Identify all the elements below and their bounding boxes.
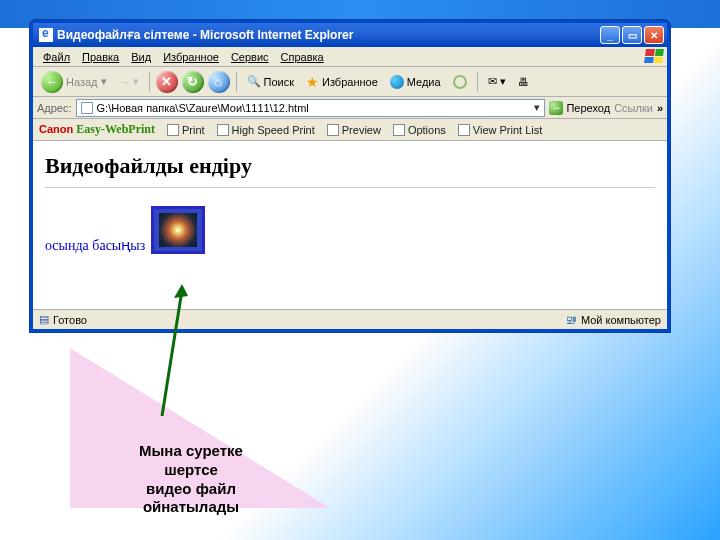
mail-button[interactable]: ✉ ▾ xyxy=(484,73,510,90)
computer-icon: 🖳 xyxy=(566,314,577,326)
menu-help[interactable]: Справка xyxy=(275,49,330,65)
canon-preview-button[interactable]: Preview xyxy=(327,124,381,136)
video-link-text[interactable]: осында басыңыз xyxy=(45,237,145,254)
home-button[interactable]: ⌂ xyxy=(208,71,230,93)
document-icon: ▤ xyxy=(39,313,49,326)
horizontal-rule xyxy=(45,187,655,188)
video-link-row: осында басыңыз xyxy=(45,206,655,254)
annotation-arrow xyxy=(162,284,166,404)
favorites-label: Избранное xyxy=(322,76,378,88)
high-speed-print-icon xyxy=(217,124,229,136)
options-icon xyxy=(393,124,405,136)
chevron-down-icon: ▾ xyxy=(133,75,139,88)
go-arrow-icon: → xyxy=(549,101,563,115)
stop-button[interactable]: ✕ xyxy=(156,71,178,93)
search-icon: 🔍 xyxy=(247,75,261,88)
separator xyxy=(236,72,237,92)
search-label: Поиск xyxy=(264,76,294,88)
search-button[interactable]: 🔍 Поиск xyxy=(243,73,298,90)
back-button[interactable]: ← Назад ▾ xyxy=(37,69,111,95)
forward-button[interactable]: → ▾ xyxy=(115,73,143,90)
chevron-down-icon[interactable]: ▾ xyxy=(534,101,540,114)
svg-line-0 xyxy=(162,290,182,416)
nav-toolbar: ← Назад ▾ → ▾ ✕ ↻ ⌂ 🔍 Поиск ★ Избранное … xyxy=(33,67,667,97)
page-heading: Видеофайлды ендіру xyxy=(45,153,655,179)
separator xyxy=(149,72,150,92)
media-icon xyxy=(390,75,404,89)
document-icon xyxy=(81,102,93,114)
address-bar: Адрес: G:\Новая папка\S\Zaure\Мои\1111\1… xyxy=(33,97,667,119)
page-content: Видеофайлды ендіру осында басыңыз xyxy=(33,141,667,315)
svg-marker-1 xyxy=(174,284,188,298)
media-label: Медиа xyxy=(407,76,441,88)
canon-logo: Canon Easy-WebPrint xyxy=(39,122,155,137)
menu-bar: Файл Правка Вид Избранное Сервис Справка xyxy=(33,47,667,67)
back-icon: ← xyxy=(41,71,63,93)
canon-viewlist-button[interactable]: View Print List xyxy=(458,124,543,136)
star-icon: ★ xyxy=(306,74,319,90)
menu-view[interactable]: Вид xyxy=(125,49,157,65)
overflow-chevron-icon[interactable]: » xyxy=(657,102,663,114)
window-controls: _ ▭ ✕ xyxy=(600,26,664,44)
links-label[interactable]: Ссылки xyxy=(614,102,653,114)
address-input[interactable]: G:\Новая папка\S\Zaure\Мои\1111\12.html … xyxy=(76,99,546,117)
ie-icon xyxy=(39,28,53,42)
print-button[interactable]: 🖶 xyxy=(514,74,533,90)
close-button[interactable]: ✕ xyxy=(644,26,664,44)
forward-icon: → xyxy=(119,76,130,88)
title-bar: Видеофайлға сілтеме - Microsoft Internet… xyxy=(33,23,667,47)
preview-icon xyxy=(327,124,339,136)
windows-flag-icon xyxy=(644,49,664,63)
window-title: Видеофайлға сілтеме - Microsoft Internet… xyxy=(57,28,600,42)
favorites-button[interactable]: ★ Избранное xyxy=(302,72,382,92)
history-button[interactable] xyxy=(449,73,471,91)
status-zone: 🖳 Мой компьютер xyxy=(566,314,661,326)
minimize-button[interactable]: _ xyxy=(600,26,620,44)
chevron-down-icon: ▾ xyxy=(101,75,107,88)
canon-options-button[interactable]: Options xyxy=(393,124,446,136)
go-button[interactable]: → Переход xyxy=(549,101,610,115)
media-button[interactable]: Медиа xyxy=(386,73,445,91)
menu-file[interactable]: Файл xyxy=(37,49,76,65)
caption-text: Мына суретке шертсе видео файл ойнатылад… xyxy=(106,442,276,517)
canon-toolbar: Canon Easy-WebPrint Print High Speed Pri… xyxy=(33,119,667,141)
list-icon xyxy=(458,124,470,136)
print-icon xyxy=(167,124,179,136)
go-label: Переход xyxy=(566,102,610,114)
ie-window: Видеофайлға сілтеме - Microsoft Internet… xyxy=(30,20,670,332)
menu-favorites[interactable]: Избранное xyxy=(157,49,225,65)
status-bar: ▤ Готово 🖳 Мой компьютер xyxy=(33,309,667,329)
canon-print-button[interactable]: Print xyxy=(167,124,205,136)
refresh-button[interactable]: ↻ xyxy=(182,71,204,93)
maximize-button[interactable]: ▭ xyxy=(622,26,642,44)
history-icon xyxy=(453,75,467,89)
address-value: G:\Новая папка\S\Zaure\Мои\1111\12.html xyxy=(97,102,309,114)
back-label: Назад xyxy=(66,76,98,88)
status-ready: ▤ Готово xyxy=(39,313,87,326)
canon-hsp-button[interactable]: High Speed Print xyxy=(217,124,315,136)
menu-tools[interactable]: Сервис xyxy=(225,49,275,65)
annotation-caption: Мына суретке шертсе видео файл ойнатылад… xyxy=(70,380,330,540)
menu-edit[interactable]: Правка xyxy=(76,49,125,65)
video-thumbnail[interactable] xyxy=(151,206,205,254)
address-label: Адрес: xyxy=(37,102,72,114)
thumbnail-image xyxy=(159,213,197,247)
separator xyxy=(477,72,478,92)
